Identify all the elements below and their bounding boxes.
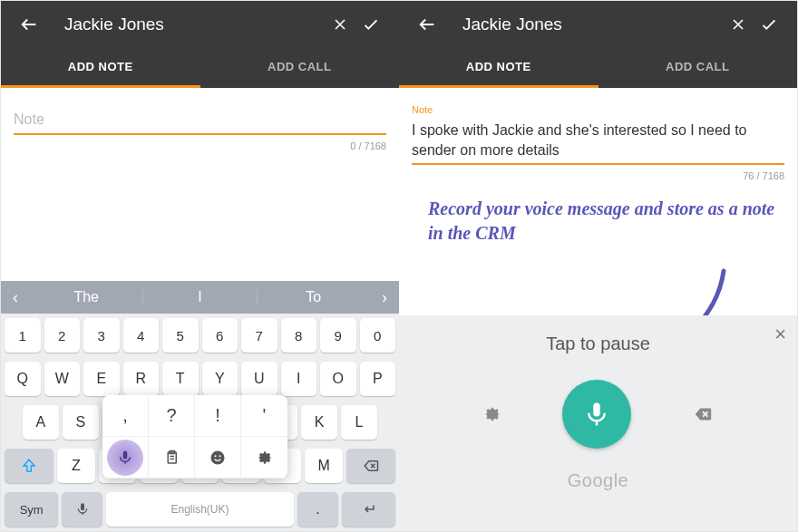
key-m[interactable]: M [305,449,343,483]
key-6[interactable]: 6 [202,318,238,353]
popup-question[interactable]: ? [149,395,195,437]
popup-emoji-icon[interactable] [195,437,241,479]
tab-add-call[interactable]: ADD CALL [200,48,400,88]
key-r[interactable]: R [123,362,160,396]
popup-apostrophe[interactable]: ' [241,395,287,437]
tab-add-note[interactable]: ADD NOTE [399,48,598,88]
tab-add-note[interactable]: ADD NOTE [1,48,200,88]
popup-comma[interactable]: , [102,395,149,437]
voice-controls [399,380,797,449]
popup-gear-icon[interactable] [241,437,287,479]
key-3[interactable]: 3 [83,318,120,353]
char-counter: 76 / 7168 [412,170,784,181]
key-2[interactable]: 2 [44,318,81,353]
key-5[interactable]: 5 [162,318,199,353]
key-w[interactable]: W [44,362,81,396]
key-y[interactable]: Y [202,362,238,396]
key-s[interactable]: S [63,405,99,440]
voice-status: Tap to pause [399,315,797,354]
key-4[interactable]: 4 [123,318,160,353]
popup-mic-icon[interactable] [102,437,149,479]
close-icon[interactable]: × [774,323,786,346]
left-screen: Jackie Jones ADD NOTE ADD CALL Note 0 / … [1,1,399,531]
suggestion-word[interactable]: I [142,289,256,305]
key-k[interactable]: K [301,405,337,440]
key-u[interactable]: U [241,362,277,396]
note-area: Note 0 / 7168 [1,88,399,151]
check-icon[interactable] [355,9,386,40]
svg-point-2 [211,450,225,464]
key-a[interactable]: A [23,405,59,440]
contact-title: Jackie Jones [64,15,325,34]
sym-key[interactable]: Sym [5,492,58,527]
note-input[interactable]: I spoke with Jackie and she's interested… [412,115,784,165]
key-q[interactable]: Q [5,362,41,396]
contact-title: Jackie Jones [462,15,723,34]
note-label: Note [412,104,784,115]
gear-icon[interactable] [482,404,502,424]
tab-bar: ADD NOTE ADD CALL [1,48,399,88]
svg-point-4 [219,455,221,457]
key-0[interactable]: 0 [360,318,396,353]
key-row-numbers: 1 2 3 4 5 6 7 8 9 0 [1,314,399,357]
voice-panel: × Tap to pause Google [399,315,797,531]
mic-button[interactable] [562,380,631,449]
voice-key[interactable] [62,492,102,527]
key-8[interactable]: 8 [281,318,317,353]
app-header: Jackie Jones [1,1,399,48]
note-area: Note I spoke with Jackie and she's inter… [399,88,797,181]
period-key[interactable]: . [297,492,337,527]
brand-label: Google [399,470,797,491]
key-o[interactable]: O [320,362,356,396]
key-row-bottom: Sym English(UK) . [1,488,399,531]
note-input[interactable]: Note [14,104,386,135]
key-1[interactable]: 1 [5,318,41,353]
svg-point-3 [215,455,217,457]
right-screen: Jackie Jones ADD NOTE ADD CALL Note I sp… [399,1,797,531]
close-icon[interactable] [325,9,355,40]
enter-key[interactable] [342,492,395,527]
char-counter: 0 / 7168 [14,140,386,151]
key-e[interactable]: E [83,362,120,396]
key-9[interactable]: 9 [320,318,356,353]
suggestion-word[interactable]: The [30,289,142,305]
chevron-left-icon[interactable]: ‹ [1,288,30,307]
chevron-right-icon[interactable]: › [370,288,399,307]
annotation-text: Record your voice message and store as a… [428,197,790,246]
popup-clipboard-icon[interactable] [149,437,195,479]
key-row-q: Q W E R T Y U I O P [1,357,399,401]
key-l[interactable]: L [341,405,377,440]
key-p[interactable]: P [360,362,396,396]
key-t[interactable]: T [162,362,199,396]
shift-key[interactable] [5,449,54,483]
suggestion-word[interactable]: To [257,289,370,305]
tab-bar: ADD NOTE ADD CALL [399,48,797,88]
check-icon[interactable] [754,9,784,40]
key-7[interactable]: 7 [241,318,277,353]
key-i[interactable]: I [281,362,317,396]
tab-add-call[interactable]: ADD CALL [598,48,798,88]
key-z[interactable]: Z [57,449,95,483]
close-icon[interactable] [723,9,754,40]
space-key[interactable]: English(UK) [106,492,295,527]
backspace-key[interactable] [346,449,395,483]
suggestion-bar: ‹ The I To › [1,281,399,314]
back-arrow-icon[interactable] [412,9,443,40]
keyboard-popup: , ? ! ' [102,395,287,479]
keyboard: ‹ The I To › 1 2 3 4 5 6 7 8 9 0 Q W E R… [1,281,399,531]
popup-exclaim[interactable]: ! [195,395,241,437]
backspace-icon[interactable] [691,404,715,424]
back-arrow-icon[interactable] [14,9,44,40]
app-header: Jackie Jones [399,1,797,48]
